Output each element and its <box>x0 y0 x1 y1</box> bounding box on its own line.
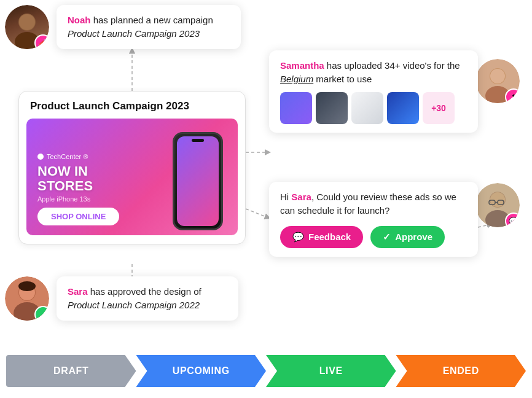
status-draft: DRAFT <box>6 355 136 387</box>
banner-cta: SHOP ONLINE <box>37 208 119 225</box>
banner-phone <box>173 132 228 235</box>
campaign-title: Product Launch Campaign 2023 <box>19 92 245 119</box>
avatar-icon-sara: ✓ <box>34 306 49 321</box>
campaign-banner: TechCenter ® NOW IN STORES Apple iPhone … <box>26 119 238 235</box>
bubble-samantha: Samantha has uploaded 34+ video's for th… <box>269 50 478 133</box>
status-ended: ENDED <box>396 355 526 387</box>
thumbnail-more: +30 <box>423 92 455 124</box>
avatar-sara: ✓ <box>5 276 49 321</box>
bubble-noah: Noah has planned a new campaign Product … <box>57 5 241 49</box>
campaign-card: Product Launch Campaign 2023 TechCenter … <box>18 91 246 244</box>
review-person: Sara <box>291 192 311 202</box>
thumbnail-4 <box>387 92 419 124</box>
svg-line-2 <box>246 209 269 218</box>
noah-text: has planned a new campaign <box>91 15 213 25</box>
status-live-label: LIVE <box>319 365 343 377</box>
svg-point-12 <box>490 69 505 84</box>
avatar-noah: 📣 <box>5 5 49 49</box>
samantha-text1: has uploaded 34+ video's for the <box>324 60 460 71</box>
status-bar: DRAFT UPCOMING LIVE ENDED <box>0 355 532 387</box>
sara-text: has approved the design of <box>88 286 201 297</box>
review-greeting: Hi <box>280 192 291 202</box>
avatar-icon-reviewer: 💬 <box>505 213 520 227</box>
noah-campaign: Product Launch Campaign 2023 <box>68 27 230 41</box>
feedback-label: Feedback <box>308 232 351 242</box>
status-upcoming-label: UPCOMING <box>173 365 230 377</box>
bubble-review: Hi Sara, Could you review these ads so w… <box>269 182 478 257</box>
action-buttons: 💬 Feedback ✓ Approve <box>280 226 467 248</box>
status-ended-label: ENDED <box>443 365 479 377</box>
thumbnail-3 <box>351 92 383 124</box>
samantha-text2: market to use <box>313 74 372 84</box>
sara-campaign: Product Launch Campaign 2022 <box>68 298 227 312</box>
thumbnail-1 <box>280 92 312 124</box>
status-upcoming: UPCOMING <box>136 355 267 387</box>
feedback-button[interactable]: 💬 Feedback <box>280 226 363 248</box>
approve-icon: ✓ <box>383 232 391 243</box>
svg-point-24 <box>18 281 36 291</box>
sara-name: Sara <box>68 286 88 297</box>
noah-name: Noah <box>68 15 91 25</box>
samantha-name: Samantha <box>280 60 324 71</box>
approve-label: Approve <box>395 232 432 242</box>
approve-button[interactable]: ✓ Approve <box>370 226 445 248</box>
status-live: LIVE <box>266 355 396 387</box>
avatar-icon-noah: 📣 <box>34 34 49 49</box>
thumbnails-row: +30 <box>280 92 467 124</box>
svg-point-8 <box>19 14 35 30</box>
samantha-market: Belgium <box>280 74 313 84</box>
avatar-samantha: ⬆ <box>475 59 520 103</box>
bubble-sara: Sara has approved the design of Product … <box>57 276 238 321</box>
status-draft-label: DRAFT <box>53 365 88 377</box>
thumbnail-2 <box>316 92 348 124</box>
feedback-icon: 💬 <box>292 232 304 243</box>
avatar-reviewer: 💬 <box>475 183 520 227</box>
avatar-icon-samantha: ⬆ <box>505 88 520 103</box>
